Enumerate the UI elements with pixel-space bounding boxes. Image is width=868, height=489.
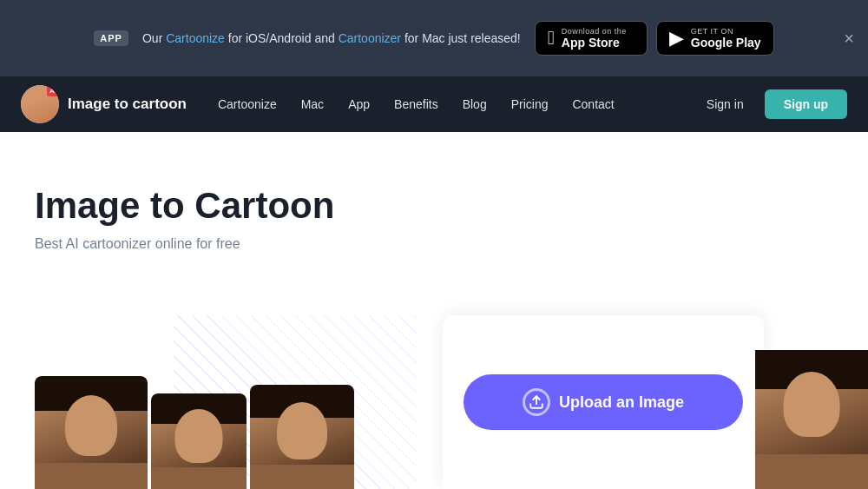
logo-text: Image to cartoon [68, 96, 187, 113]
upload-icon [523, 388, 550, 416]
banner-text: Our Cartoonize for iOS/Android and Carto… [142, 31, 521, 45]
logo-avatar: AI [21, 85, 59, 123]
playstore-sub-label: GET IT ON [691, 27, 761, 36]
person-photo-3 [250, 385, 354, 489]
nav-mac[interactable]: Mac [291, 90, 334, 118]
upload-label: Upload an Image [559, 393, 684, 412]
face-3 [277, 402, 327, 459]
hero-subtitle: Best AI cartoonizer online for free [35, 236, 451, 252]
nav-links: Cartoonize Mac App Benefits Blog Pricing… [207, 90, 696, 118]
appstore-sub-label: Download on the [562, 27, 627, 36]
signin-button[interactable]: Sign in [696, 90, 754, 118]
nav-actions: Sign in Sign up [696, 89, 847, 119]
banner-content: APP Our Cartoonize for iOS/Android and C… [94, 21, 773, 56]
body-2 [151, 467, 247, 489]
app-badge: APP [94, 30, 128, 46]
appstore-text: Download on the App Store [562, 27, 627, 50]
store-buttons:  Download on the App Store ▶ GET IT ON … [535, 21, 774, 56]
nav-blog[interactable]: Blog [452, 90, 497, 118]
main-content: Image to Cartoon Best AI cartoonizer onl… [0, 132, 868, 489]
person-photo-2 [151, 393, 247, 489]
face-2 [175, 409, 223, 463]
google-play-button[interactable]: ▶ GET IT ON Google Play [656, 21, 774, 56]
right-face [784, 372, 840, 437]
banner-text-before: Our [142, 31, 166, 45]
banner-text-after: for Mac just released! [401, 31, 521, 45]
navbar: AI Image to cartoon Cartoonize Mac App B… [0, 76, 868, 132]
banner-text-mid: for iOS/Android and [225, 31, 339, 45]
nav-app[interactable]: App [338, 90, 380, 118]
playstore-text: GET IT ON Google Play [691, 27, 761, 50]
nav-contact[interactable]: Contact [562, 90, 624, 118]
nav-benefits[interactable]: Benefits [384, 90, 449, 118]
app-store-button[interactable]:  Download on the App Store [535, 21, 648, 56]
logo-link[interactable]: AI Image to cartoon [21, 85, 187, 123]
close-banner-button[interactable]: × [844, 30, 854, 47]
ai-badge: AI [47, 85, 59, 96]
body-1 [35, 463, 148, 489]
playstore-main-label: Google Play [691, 36, 761, 50]
cartoonize-link[interactable]: Cartoonize [166, 31, 225, 45]
announcement-banner: APP Our Cartoonize for iOS/Android and C… [0, 0, 868, 76]
apple-icon:  [548, 27, 555, 50]
hero-left: Image to Cartoon Best AI cartoonizer onl… [35, 184, 451, 278]
hero-title: Image to Cartoon [35, 184, 451, 228]
face-1 [65, 395, 117, 456]
appstore-main-label: App Store [562, 36, 627, 50]
cartoonizer-link[interactable]: Cartoonizer [339, 31, 401, 45]
signup-button[interactable]: Sign up [765, 89, 847, 119]
nav-pricing[interactable]: Pricing [501, 90, 559, 118]
right-body [755, 454, 868, 489]
person-photo-1 [35, 376, 148, 489]
nav-cartoonize[interactable]: Cartoonize [207, 90, 287, 118]
right-person-photo [755, 350, 868, 489]
upload-image-button[interactable]: Upload an Image [464, 374, 743, 430]
body-3 [250, 465, 354, 489]
bottom-photos [35, 376, 354, 489]
hero-section: Image to Cartoon Best AI cartoonizer onl… [0, 132, 868, 278]
upload-card: Upload an Image [443, 315, 764, 489]
play-icon: ▶ [669, 27, 684, 50]
